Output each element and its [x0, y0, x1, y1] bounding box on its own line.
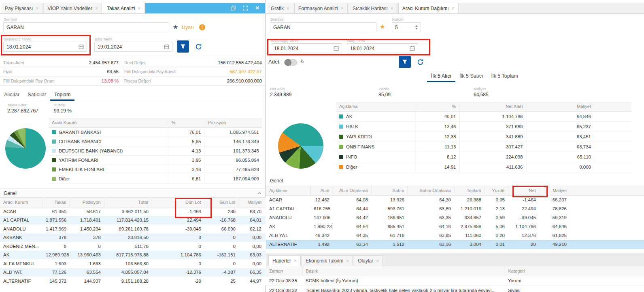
column-header-zaman[interactable]: Zaman [266, 266, 302, 276]
column-header-tutar[interactable]: Tutar [104, 198, 152, 207]
tab-close-icon[interactable]: × [346, 258, 349, 263]
table-row[interactable]: AK40,011.104.78664,846 [336, 111, 631, 121]
alert-link[interactable]: Uyarı [182, 25, 194, 30]
table-row[interactable]: Diğer14,91411.6360,000 [336, 162, 631, 172]
column-header-araci-kurum[interactable]: Aracı Kurum [49, 118, 168, 127]
refresh-button[interactable] [414, 56, 426, 68]
column-header-takas[interactable]: Takas [43, 198, 70, 207]
table-row[interactable]: DEUTSCHE BANK (YABANCI)4,13101.373.345 [49, 146, 262, 155]
tab-close-icon[interactable]: × [341, 6, 344, 11]
tab-grafik[interactable]: Grafik× [267, 3, 293, 13]
end-date-input[interactable] [350, 46, 408, 51]
table-row[interactable]: GARANTI BANKASI76,011.865.974.551 [49, 127, 262, 137]
column-header-toplam[interactable]: Toplam [454, 186, 485, 195]
tab-takas-analizi[interactable]: Takas Analizi× [103, 3, 145, 13]
tab-close-icon[interactable]: × [138, 6, 140, 11]
tab-close-icon[interactable]: × [452, 6, 455, 11]
table-row[interactable]: ALB YAT.49.34264,3561.71863,85111.0600,2… [266, 231, 644, 240]
tab-formasyon-analizi[interactable]: Formasyon Analizi× [294, 3, 348, 13]
column-header-araci-kurum[interactable]: Aracı Kurum [0, 198, 43, 207]
favorite-star-icon[interactable]: ★ [173, 24, 178, 30]
table-row[interactable]: YATIRIM FONLARI3,9596.855.894 [49, 155, 262, 165]
tab-viop-yakin-vadeliler[interactable]: VİOP Yakın Vadeliler× [43, 3, 102, 13]
column-header-pozisyon[interactable]: Pozisyon [70, 198, 104, 207]
calendar-icon[interactable] [164, 44, 169, 49]
table-row[interactable]: ALTERNATİF1.49263,341.51263,163.0040,01-… [266, 240, 644, 249]
genel-section-header[interactable]: Genel [0, 188, 265, 198]
table-row[interactable]: ACAR61.35058.6173.862.011,50-1.46423963,… [0, 207, 266, 216]
column-header-maliyet[interactable]: Maliyet [239, 198, 266, 207]
table-row[interactable]: ANADOLU1.417.9691.450.23489.261.169,78-3… [0, 224, 266, 233]
table-row[interactable]: AK1.990.23764,54885.45164,162.875.6885,0… [266, 222, 644, 231]
table-row[interactable]: ALFA MENKUL1.6931.693106.566,80000,00 [0, 259, 266, 268]
column-header-aciklama[interactable]: Açıklama [266, 186, 310, 195]
table-row[interactable]: AK12.989.92813.960.463817.715.976,881.10… [0, 251, 266, 260]
start-date-input[interactable] [274, 46, 332, 51]
column-header-dun-lot[interactable]: Dün Lot [152, 198, 204, 207]
tab-close-icon[interactable]: × [287, 6, 289, 11]
column-header-alim-ortalama[interactable]: Alım Ortalama [333, 186, 371, 195]
filter-button[interactable] [399, 56, 411, 68]
table-row[interactable]: Diğer6,81167.094.909 [49, 174, 262, 183]
column-header-gun-lot[interactable]: Gün Lot [204, 198, 239, 207]
column-header-yuzde[interactable]: Yüzde [485, 186, 508, 195]
column-header-aciklama[interactable]: Açıklama [336, 102, 415, 111]
number-stepper[interactable] [415, 25, 418, 30]
stepper-up-icon[interactable] [415, 25, 418, 27]
favorite-star-icon[interactable]: ★ [380, 23, 385, 30]
refresh-button[interactable] [192, 40, 204, 53]
subtab-ilk-5-satici[interactable]: İlk 5 Satıcı [455, 71, 487, 82]
tab-close-icon[interactable]: × [36, 6, 38, 11]
calendar-icon[interactable] [79, 44, 84, 49]
column-header-net[interactable]: Net [508, 186, 539, 195]
table-row[interactable]: INFO8,12224.09865,110 [336, 152, 631, 162]
symbol-input[interactable] [273, 25, 373, 30]
end-date-input[interactable] [98, 44, 162, 50]
column-header-baslik[interactable]: Başlık [302, 266, 505, 276]
tab-haberler[interactable]: Haberler× [268, 255, 301, 266]
filter-button[interactable] [177, 40, 189, 53]
symbol-input[interactable] [6, 25, 166, 30]
close-icon[interactable]: × [255, 5, 260, 11]
popout-icon[interactable] [230, 5, 236, 11]
table-row[interactable]: HALK13,46371.68965,237 [336, 121, 631, 131]
table-row[interactable]: AKBANK37837823.816,50000,00 [0, 233, 266, 242]
table-row[interactable]: 22 Oca 08:35SGMK bülteni (İş Yatırım)Yor… [266, 276, 644, 286]
tab-close-icon[interactable]: × [95, 6, 98, 11]
stepper-down-icon[interactable] [415, 28, 418, 30]
column-header-kategori[interactable]: Kategori [505, 266, 644, 276]
kurum-input[interactable] [395, 25, 414, 30]
table-row[interactable]: AKDENİZ MEN...88511,78000,00 [0, 242, 266, 251]
table-row[interactable]: ACAR12.46264,0813.92664,3026.3880,05-1.4… [266, 195, 644, 204]
column-header-satim-ortalama[interactable]: Satım Ortalama [408, 186, 454, 195]
table-row[interactable]: EMEKLILIK FONLARI3,1677.485.628 [49, 165, 262, 174]
subtab-toplam[interactable]: Toplam [50, 89, 74, 101]
table-row[interactable]: 22 Oca 08:32Ticaret Bakanlığı 2023 yılın… [266, 286, 644, 292]
tab-sicaklik-haritasi[interactable]: Sıcaklık Haritası× [349, 3, 397, 13]
subtab-alicilar[interactable]: Alıcılar [0, 89, 23, 101]
table-row[interactable]: YAPI KREDI12,38341.88963,451 [336, 131, 631, 142]
table-row[interactable]: ANADOLU147.90664,42186.95163,35334.8570,… [266, 213, 644, 222]
subtab-ilk-5-toplam[interactable]: İlk 5 Toplam [487, 71, 522, 82]
column-header-maliyet[interactable]: Maliyet [526, 102, 631, 111]
table-row[interactable]: ALTERNATİF145.372144.9379.151.188,28-202… [0, 277, 266, 286]
calendar-icon[interactable] [334, 46, 339, 51]
table-row[interactable]: QNB FINANS11,13307.42763,734 [336, 142, 631, 152]
table-row[interactable]: ALB YAT.77.12663.5544.855.057,84-12.376-… [0, 268, 266, 277]
start-date-input[interactable] [6, 44, 77, 50]
chevron-up-icon[interactable] [257, 192, 261, 195]
tab-pay-piyasasi[interactable]: Pay Piyasası× [1, 3, 43, 13]
table-row[interactable]: A1 CAPITAL616.25564,44593.76163,891.210.… [266, 204, 644, 213]
subtab-saticilar[interactable]: Satıcılar [23, 89, 50, 101]
column-header-item[interactable]: % [415, 102, 459, 111]
column-header-satim[interactable]: Satım [371, 186, 408, 195]
tab-close-icon[interactable]: × [294, 258, 297, 263]
calendar-icon[interactable] [410, 46, 415, 51]
maximize-icon[interactable] [242, 5, 248, 11]
tab-close-icon[interactable]: × [376, 258, 379, 263]
subtab-ilk-5-alici[interactable]: İlk 5 Alıcı [427, 71, 455, 82]
tab-olaylar[interactable]: Olaylar× [354, 255, 383, 266]
warning-icon[interactable]: ! [199, 24, 205, 30]
tab-ekonomik-takvim[interactable]: Ekonomik Takvim× [302, 255, 353, 266]
table-row[interactable]: CITIBANK YABANCI5,95146.173.349 [49, 137, 262, 146]
